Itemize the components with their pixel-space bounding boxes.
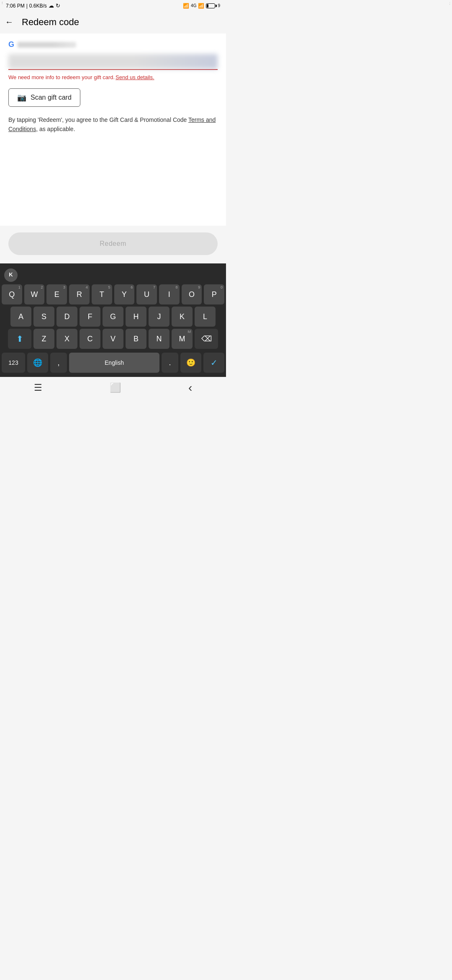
keyboard-row-3: ⬆ Z X C V B N MM ⌫ [0, 329, 226, 349]
separator: | [26, 3, 28, 9]
keyboard: K 1Q 2W 3E 4R 5T 6Y 7U 8I 9O 0P A S D F … [0, 263, 226, 377]
network-speed: 0.6KB/s [29, 3, 47, 9]
key-n[interactable]: N [149, 329, 170, 349]
content-spacer [0, 142, 226, 226]
key-g[interactable]: G [103, 307, 123, 327]
keyboard-top-bar: K [0, 267, 226, 284]
keyboard-row-2: A S D F G H J K L [0, 307, 226, 327]
signal2-icon: 📶 [198, 3, 204, 9]
key-l[interactable]: L [195, 307, 216, 327]
comma-key[interactable]: , ! [50, 353, 67, 373]
key-i[interactable]: 8I [159, 284, 180, 304]
key-f[interactable]: F [80, 307, 100, 327]
key-b[interactable]: B [126, 329, 146, 349]
key-k[interactable]: K [172, 307, 193, 327]
key-d[interactable]: D [56, 307, 77, 327]
navigation-bar: ☰ ⬜ ‹ [0, 377, 226, 400]
key-c[interactable]: C [80, 329, 100, 349]
error-message: We need more info to redeem your gift ca… [8, 73, 218, 82]
code-input-row [8, 54, 218, 70]
google-g-blue: G [8, 40, 14, 49]
emoji-key[interactable]: 🙂 [180, 353, 201, 373]
status-right: 📶 4G 📶 9 [183, 3, 220, 9]
signal-icon: 📶 [183, 3, 189, 9]
key-q[interactable]: 1Q [2, 284, 22, 304]
key-t[interactable]: 5T [92, 284, 112, 304]
account-row: G [8, 40, 218, 49]
main-content: G We need more info to redeem your gift … [0, 34, 226, 142]
key-v[interactable]: V [103, 329, 123, 349]
battery-level: 9 [218, 3, 220, 8]
comma-label: , [57, 358, 59, 367]
num-0: 0 [221, 285, 223, 289]
delete-icon: ⌫ [201, 334, 212, 343]
menu-nav-icon[interactable]: ☰ [34, 382, 42, 393]
space-label: English [105, 359, 124, 366]
page-title: Redeem code [22, 17, 79, 28]
key-r[interactable]: 4R [69, 284, 90, 304]
key-w[interactable]: 2W [24, 284, 45, 304]
enter-key[interactable]: ✓ [203, 353, 224, 373]
terms-prefix: By tapping 'Redeem', you agree to the Gi… [8, 116, 188, 123]
period-key[interactable]: . ; [162, 353, 178, 373]
status-bar: 7:06 PM | 0.6KB/s ☁ ↻ 📶 4G 📶 9 [0, 0, 226, 10]
send-us-details-link[interactable]: Send us details. [116, 73, 154, 82]
back-nav-icon[interactable]: ‹ [188, 381, 192, 395]
space-key[interactable]: English [69, 353, 159, 373]
keyboard-bottom-row: 123 🌐 , ! English . ; 🙂 ✓ [0, 351, 226, 377]
exclamation-label: ! [2, 1, 3, 5]
k-logo-icon: K [6, 270, 15, 279]
svg-text:K: K [9, 271, 13, 278]
back-button[interactable]: ← [3, 15, 15, 28]
globe-icon: 🌐 [33, 358, 42, 367]
scan-button-label: Scan gift card [31, 94, 72, 101]
key-m[interactable]: MM [172, 329, 193, 349]
cloud-icon: ☁ [49, 3, 54, 9]
key-e[interactable]: 3E [46, 284, 67, 304]
num-2: 2 [41, 285, 43, 289]
error-text: We need more info to redeem your gift ca… [8, 73, 115, 82]
globe-key[interactable]: 🌐 [27, 353, 48, 373]
signal-4g-icon: 4G [191, 3, 196, 8]
key-p[interactable]: 0P [204, 284, 224, 304]
battery-indicator [206, 3, 215, 8]
key-y[interactable]: 6Y [114, 284, 135, 304]
key-x[interactable]: X [56, 329, 77, 349]
emoji-icon: 🙂 [186, 358, 195, 367]
num-8: 8 [176, 285, 178, 289]
redeem-button[interactable]: Redeem [8, 232, 218, 255]
key-s[interactable]: S [33, 307, 54, 327]
key-z[interactable]: Z [33, 329, 54, 349]
num-switch-key[interactable]: 123 [2, 353, 25, 373]
num-3: 3 [63, 285, 65, 289]
checkmark-icon: ✓ [211, 358, 218, 368]
shift-key[interactable]: ⬆ [8, 329, 31, 349]
key-j[interactable]: J [149, 307, 170, 327]
scan-gift-card-button[interactable]: 📷 Scan gift card [8, 88, 80, 107]
num-7: 7 [153, 285, 155, 289]
keyboard-logo-letter: K [6, 270, 15, 281]
delete-key[interactable]: ⌫ [195, 329, 218, 349]
refresh-icon: ↻ [56, 3, 60, 9]
google-logo: G [8, 40, 14, 49]
num-m: M [188, 330, 191, 334]
app-bar: ← Redeem code [0, 10, 226, 34]
num-4: 4 [86, 285, 88, 289]
num-9: 9 [198, 285, 200, 289]
code-input-blurred[interactable] [8, 54, 218, 69]
camera-icon: 📷 [17, 93, 26, 102]
key-u[interactable]: 7U [136, 284, 157, 304]
battery-fill [207, 4, 208, 8]
input-underline [8, 69, 218, 70]
home-nav-icon[interactable]: ⬜ [110, 382, 121, 393]
period-label: . [169, 358, 171, 367]
keyboard-row-1: 1Q 2W 3E 4R 5T 6Y 7U 8I 9O 0P [0, 284, 226, 304]
time: 7:06 PM [6, 3, 25, 9]
key-o[interactable]: 9O [182, 284, 202, 304]
redeem-area: Redeem [0, 226, 226, 263]
num-5: 5 [108, 285, 110, 289]
key-h[interactable]: H [126, 307, 146, 327]
keyboard-logo: K [4, 268, 18, 282]
key-a[interactable]: A [10, 307, 31, 327]
terms-text: By tapping 'Redeem', you agree to the Gi… [8, 115, 218, 134]
